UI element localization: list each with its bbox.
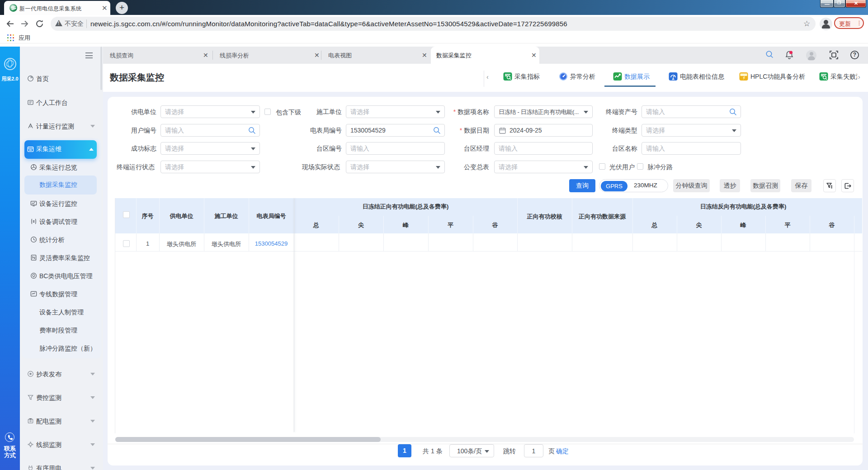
- svg-text:A: A: [672, 77, 675, 81]
